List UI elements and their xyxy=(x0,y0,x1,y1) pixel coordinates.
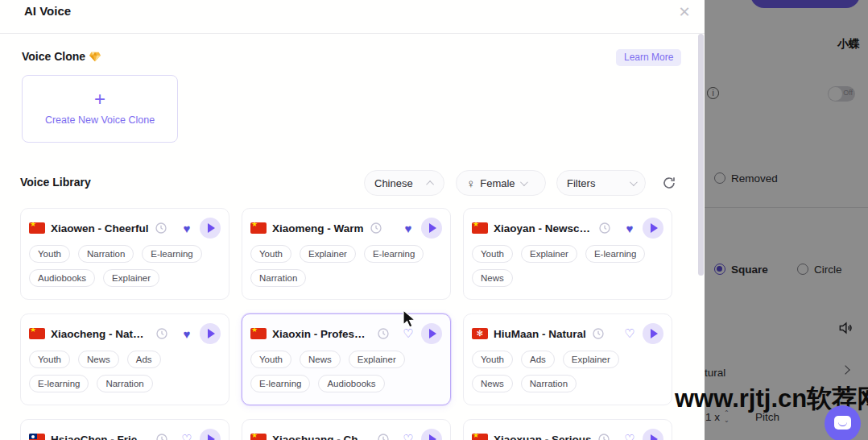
tag-pill: E-learning xyxy=(585,245,645,263)
voice-tags: YouthNewsAdsE-learningNarration xyxy=(29,351,221,392)
tag-pill: Audiobooks xyxy=(318,375,384,392)
voice-card-name-row: HsiaoChen - Friendly ♡ xyxy=(29,430,221,440)
play-button[interactable] xyxy=(200,323,221,344)
voice-name: Xiaoxuan - Serious xyxy=(494,434,592,440)
voice-tags: YouthExplainerE-learningNews xyxy=(472,245,663,287)
screen: 小蝶 i Off Removed Square Circle tural 1 x… xyxy=(0,0,868,440)
tag-pill: E-learning xyxy=(29,375,89,392)
scrollbar[interactable] xyxy=(698,34,704,276)
play-button[interactable] xyxy=(421,429,442,440)
favorite-heart-icon[interactable]: ♡ xyxy=(622,326,637,341)
tag-pill: E-learning xyxy=(364,245,424,263)
chevron-down-icon xyxy=(520,178,528,186)
tag-pill: Narration xyxy=(521,375,577,392)
play-button[interactable] xyxy=(200,218,221,239)
voice-card[interactable]: Xiaomeng - Warm ♥ YouthExplainerE-learni… xyxy=(242,208,451,300)
tag-pill: Explainer xyxy=(103,269,159,287)
tag-pill: Ads xyxy=(521,351,555,368)
clock-icon[interactable] xyxy=(597,433,610,440)
voice-card-name-row: Xiaoyan - Newscast... ♥ xyxy=(472,218,663,238)
filters-dropdown-label: Filters xyxy=(567,177,595,189)
tag-pill: Narration xyxy=(78,245,134,263)
favorite-heart-icon[interactable]: ♥ xyxy=(180,327,194,341)
modal-backdrop[interactable] xyxy=(705,0,868,440)
gem-icon xyxy=(89,52,101,64)
tag-pill: E-learning xyxy=(142,245,201,263)
tag-pill: Youth xyxy=(29,351,70,368)
refresh-icon[interactable] xyxy=(662,176,676,190)
tag-pill: Explainer xyxy=(300,245,356,263)
clock-icon[interactable] xyxy=(155,433,168,440)
favorite-heart-icon[interactable]: ♡ xyxy=(180,432,194,440)
create-voice-clone-card[interactable]: + Create New Voice Clone xyxy=(22,75,178,143)
favorite-heart-icon[interactable]: ♥ xyxy=(401,222,415,235)
voice-card[interactable]: Xiaoxuan - Serious ♡ xyxy=(463,419,672,440)
filters-dropdown[interactable]: Filters xyxy=(556,170,646,196)
voice-card-name-row: Xiaoshuang - Cheerf... ♡ xyxy=(250,430,442,440)
voice-name: Xiaowen - Cheerful xyxy=(51,222,149,235)
voice-name: Xiaomeng - Warm xyxy=(272,222,364,235)
modal-title: AI Voice xyxy=(24,4,71,18)
flag-icon xyxy=(250,328,267,339)
mouse-cursor xyxy=(400,309,418,329)
tag-pill: Explainer xyxy=(349,351,405,368)
voice-card[interactable]: Xiaoyan - Newscast... ♥ YouthExplainerE-… xyxy=(463,208,672,300)
clock-icon[interactable] xyxy=(155,222,167,235)
chevron-up-icon xyxy=(426,180,434,188)
gender-dropdown[interactable]: ♀ Female xyxy=(456,170,546,196)
play-button[interactable] xyxy=(643,429,663,440)
plus-icon: + xyxy=(23,89,177,110)
voice-card-name-row: Xiaomeng - Warm ♥ xyxy=(250,218,442,238)
tag-pill: News xyxy=(472,269,513,287)
tag-pill: Narration xyxy=(97,375,152,392)
chat-support-button[interactable] xyxy=(825,405,861,440)
flag-icon xyxy=(472,222,488,234)
tag-pill: Narration xyxy=(250,269,306,287)
voice-card-name-row: Xiaocheng - Natural ♥ xyxy=(29,324,221,343)
flag-icon xyxy=(472,434,488,440)
flag-icon xyxy=(29,328,45,339)
voice-card[interactable]: HsiaoChen - Friendly ♡ xyxy=(20,419,229,440)
voice-card[interactable]: Xiaoxin - Professional ♡ YouthNewsExplai… xyxy=(242,313,451,405)
close-icon[interactable]: ✕ xyxy=(676,3,693,21)
favorite-heart-icon[interactable]: ♡ xyxy=(401,432,415,440)
play-button[interactable] xyxy=(643,218,663,239)
favorite-heart-icon[interactable]: ♥ xyxy=(180,222,194,235)
female-icon: ♀ xyxy=(466,176,475,190)
favorite-heart-icon[interactable]: ♡ xyxy=(622,432,637,440)
voice-card[interactable]: Xiaoshuang - Cheerf... ♡ xyxy=(242,419,451,440)
clock-icon[interactable] xyxy=(598,222,611,235)
voice-tags: YouthAdsExplainerNewsNarration xyxy=(472,351,663,392)
tag-pill: Audiobooks xyxy=(29,269,95,287)
tag-pill: Youth xyxy=(29,245,70,263)
learn-more-button[interactable]: Learn More xyxy=(616,49,681,66)
play-button[interactable] xyxy=(421,323,442,344)
voice-tags: YouthNewsExplainerE-learningAudiobooks xyxy=(250,351,442,392)
clock-icon[interactable] xyxy=(377,327,390,340)
flag-icon xyxy=(29,434,45,440)
voice-name: Xiaoyan - Newscast... xyxy=(494,222,593,235)
clock-icon[interactable] xyxy=(370,222,382,235)
play-button[interactable] xyxy=(200,429,221,440)
gender-dropdown-value: Female xyxy=(480,177,515,189)
voice-card-name-row: Xiaowen - Cheerful ♥ xyxy=(29,218,221,238)
flag-icon xyxy=(29,222,45,234)
voice-name: Xiaoxin - Professional xyxy=(272,328,371,340)
voice-card[interactable]: Xiaowen - Cheerful ♥ YouthNarrationE-lea… xyxy=(20,208,229,300)
flag-icon xyxy=(472,328,488,339)
tag-pill: Youth xyxy=(472,245,513,263)
voice-name: Xiaocheng - Natural xyxy=(51,328,150,340)
clock-icon[interactable] xyxy=(155,327,168,340)
clock-icon[interactable] xyxy=(377,433,390,440)
play-button[interactable] xyxy=(421,218,442,239)
clock-icon[interactable] xyxy=(592,327,605,340)
favorite-heart-icon[interactable]: ♥ xyxy=(622,222,637,235)
create-voice-clone-label: Create New Voice Clone xyxy=(23,114,177,126)
voice-card[interactable]: HiuMaan - Natural ♡ YouthAdsExplainerNew… xyxy=(463,313,672,405)
flag-icon xyxy=(250,222,267,234)
play-button[interactable] xyxy=(643,323,663,344)
voice-card[interactable]: Xiaocheng - Natural ♥ YouthNewsAdsE-lear… xyxy=(20,313,229,405)
voice-name: Xiaoshuang - Cheerf... xyxy=(272,434,371,440)
language-dropdown[interactable]: Chinese xyxy=(364,170,444,196)
flag-icon xyxy=(250,434,267,440)
